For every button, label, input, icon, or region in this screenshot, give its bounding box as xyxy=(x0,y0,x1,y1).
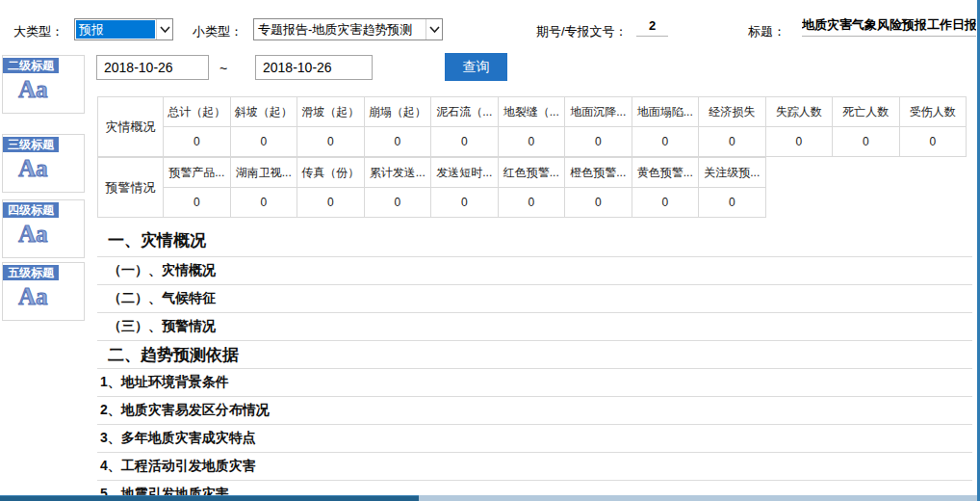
document-outline: 一、灾情概况（一）、灾情概况（二）、气候特征（三）、预警情况二、趋势预测依据1、… xyxy=(97,224,972,501)
table-value-cell[interactable]: 0 xyxy=(632,188,699,218)
date-to-input[interactable] xyxy=(255,55,373,80)
warning-overview-table: 预警情况预警产品...湖南卫视...传真（份）累计发送...发送短时...红色预… xyxy=(97,157,766,218)
table-column-header: 经济损失 xyxy=(699,97,766,127)
chevron-down-icon xyxy=(426,19,442,40)
table-column-header: 地裂缝（... xyxy=(498,97,565,127)
outline-heading-row[interactable]: （二）、气候特征 xyxy=(97,285,972,313)
table-row-label: 灾情概况 xyxy=(98,97,164,157)
table-value-cell[interactable]: 0 xyxy=(899,127,967,157)
table-value-cell[interactable]: 0 xyxy=(230,127,297,157)
table-column-header: 发送短时... xyxy=(431,158,499,188)
heading-style-label: 四级标题 xyxy=(3,202,59,218)
table-column-header: 总计（起） xyxy=(164,97,231,127)
outline-heading-row[interactable]: 3、多年地质灾害成灾特点 xyxy=(97,425,972,453)
disaster-overview-table: 灾情概况总计（起）斜坡（起）滑坡（起）崩塌（起）泥石流（...地裂缝（...地面… xyxy=(97,96,967,157)
heading-style-label: 二级标题 xyxy=(3,58,59,73)
table-row-label: 预警情况 xyxy=(98,158,164,218)
table-column-header: 红色预警... xyxy=(498,158,565,188)
outline-heading-row[interactable]: 2、地质灾害易发区分布情况 xyxy=(97,397,972,425)
table-column-header: 关注级预... xyxy=(699,158,766,188)
table-column-header: 泥石流（... xyxy=(431,97,499,127)
outline-heading-row[interactable]: （三）、预警情况 xyxy=(97,313,972,341)
sidebar-item-heading-level-3[interactable]: 三级标题Aa xyxy=(2,134,85,193)
table-column-header: 湖南卫视... xyxy=(230,158,297,188)
table-value-cell[interactable]: 0 xyxy=(565,188,632,218)
report-builder-window: 大类型： 预报 小类型： 专题报告-地质灾害趋势预测 期号/专报文号： 标题： … xyxy=(0,0,980,501)
title-label: 标题： xyxy=(748,23,786,40)
table-column-header: 黄色预警... xyxy=(632,158,699,188)
table-value-cell[interactable]: 0 xyxy=(565,127,632,157)
table-value-cell[interactable]: 0 xyxy=(765,127,833,157)
date-range-separator: ~ xyxy=(219,61,227,76)
table-value-cell[interactable]: 0 xyxy=(297,188,365,218)
small-type-select[interactable]: 专题报告-地质灾害趋势预测 xyxy=(253,18,443,40)
table-value-cell[interactable]: 0 xyxy=(699,127,766,157)
sidebar-item-heading-level-2[interactable]: 二级标题Aa xyxy=(2,55,85,114)
table-column-header: 地面沉降... xyxy=(565,97,632,127)
table-value-cell[interactable]: 0 xyxy=(699,188,766,218)
table-value-cell[interactable]: 0 xyxy=(164,188,231,218)
big-type-select[interactable]: 预报 xyxy=(74,18,173,40)
table-column-header: 累计发送... xyxy=(364,158,431,188)
small-type-selected-value: 专题报告-地质灾害趋势预测 xyxy=(255,20,425,39)
font-style-aa-icon: Aa xyxy=(18,156,84,180)
heading-style-label: 五级标题 xyxy=(3,265,59,280)
outline-heading-row[interactable]: 二、趋势预测依据 xyxy=(97,341,972,369)
font-style-aa-icon: Aa xyxy=(18,77,84,101)
table-value-cell[interactable]: 0 xyxy=(833,127,900,157)
issue-number-input[interactable] xyxy=(636,15,668,37)
table-value-cell[interactable]: 0 xyxy=(364,127,431,157)
table-column-header: 崩塌（起） xyxy=(364,97,431,127)
table-column-header: 死亡人数 xyxy=(833,97,900,127)
outline-heading-row[interactable]: （一）、灾情概况 xyxy=(97,257,972,285)
table-column-header: 滑坡（起） xyxy=(297,97,365,127)
sidebar-item-heading-level-4[interactable]: 四级标题Aa xyxy=(2,199,85,258)
issue-number-label: 期号/专报文号： xyxy=(536,23,628,40)
table-value-cell[interactable]: 0 xyxy=(297,127,365,157)
outline-heading-row[interactable]: 1、地址环境背景条件 xyxy=(97,369,972,397)
table-value-cell[interactable]: 0 xyxy=(431,127,499,157)
big-type-label: 大类型： xyxy=(13,23,64,40)
outline-heading-row[interactable]: 4、工程活动引发地质灾害 xyxy=(97,453,972,481)
table-value-cell[interactable]: 0 xyxy=(498,188,565,218)
small-type-label: 小类型： xyxy=(193,23,243,40)
horizontal-scrollbar-track[interactable] xyxy=(0,495,980,501)
font-style-aa-icon: Aa xyxy=(18,222,84,246)
table-column-header: 传真（份） xyxy=(297,158,365,188)
big-type-selected-value: 预报 xyxy=(76,20,155,39)
font-style-aa-icon: Aa xyxy=(18,284,84,308)
horizontal-scrollbar-thumb[interactable] xyxy=(0,495,419,501)
table-value-cell[interactable]: 0 xyxy=(230,188,297,218)
table-value-cell[interactable]: 0 xyxy=(632,127,699,157)
table-value-cell[interactable]: 0 xyxy=(164,127,231,157)
chevron-down-icon xyxy=(156,19,172,40)
table-value-cell[interactable]: 0 xyxy=(431,188,499,218)
table-column-header: 受伤人数 xyxy=(899,97,967,127)
query-button[interactable]: 查询 xyxy=(445,53,507,81)
sidebar-item-heading-level-5[interactable]: 五级标题Aa xyxy=(2,262,85,321)
date-from-input[interactable] xyxy=(96,55,209,80)
table-column-header: 橙色预警... xyxy=(565,158,632,188)
outline-heading-row[interactable]: 一、灾情概况 xyxy=(97,224,972,257)
table-value-cell[interactable]: 0 xyxy=(364,188,431,218)
heading-style-label: 三级标题 xyxy=(3,137,59,152)
table-column-header: 失踪人数 xyxy=(765,97,833,127)
table-column-header: 预警产品... xyxy=(164,158,231,188)
table-column-header: 地面塌陷... xyxy=(632,97,699,127)
table-value-cell[interactable]: 0 xyxy=(498,127,565,157)
title-input[interactable] xyxy=(802,13,976,37)
table-column-header: 斜坡（起） xyxy=(230,97,297,127)
